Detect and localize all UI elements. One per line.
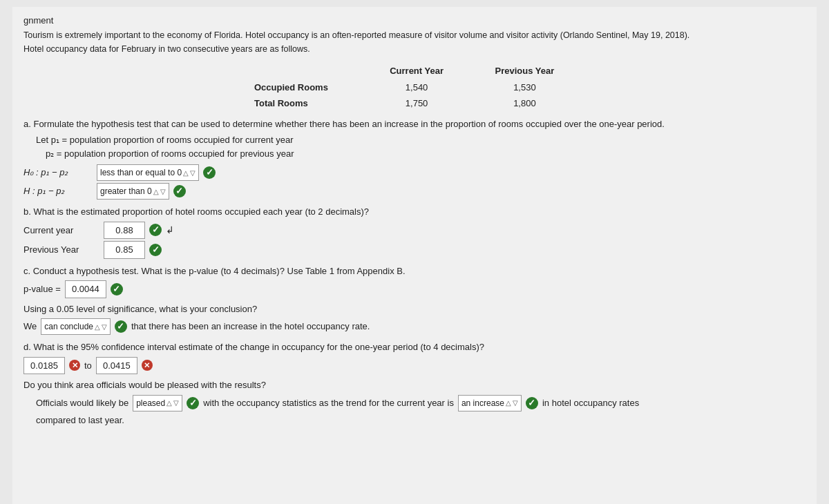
with-text: with the occupancy statistics as the tre…	[203, 396, 454, 410]
previous-year-check-icon: ✓	[149, 244, 162, 256]
trend-check-icon: ✓	[526, 397, 538, 409]
h0-select-value: less than or equal to 0	[100, 166, 182, 179]
part-a-question: a. Formulate the hypothesis test that ca…	[23, 117, 806, 131]
pvalue-label: p-value =	[23, 282, 61, 296]
conclusion-label: Using a 0.05 level of significance, what…	[23, 302, 806, 316]
pvalue-check-icon: ✓	[111, 283, 123, 295]
officials-dropdown-arrow: △	[166, 398, 172, 408]
ha-check-icon: ✓	[173, 185, 186, 197]
trend-select-value: an increase	[461, 397, 504, 409]
table-val-total-current: 1,750	[364, 95, 469, 112]
officials-check-icon: ✓	[187, 397, 199, 409]
conclusion-check-icon: ✓	[115, 320, 127, 333]
part-d-question: d. What is the 95% confidence interval e…	[23, 340, 806, 354]
part-c-question: c. Conduct a hypothesis test. What is th…	[23, 264, 806, 278]
to-label: to	[84, 359, 92, 373]
ha-select-value: greater than 0	[100, 185, 152, 197]
conclusion-text: that there has been an increase in the h…	[131, 320, 370, 333]
part-d: d. What is the 95% confidence interval e…	[23, 340, 806, 427]
confidence-upper-input[interactable]: 0.0415	[96, 357, 137, 375]
ha-dropdown-arrow: △	[153, 186, 159, 197]
previous-year-row: Previous Year 0.85 ✓	[23, 241, 806, 259]
table-header-previous: Previous Year	[469, 63, 580, 79]
pvalue-input[interactable]: 0.0044	[65, 280, 106, 298]
ha-label: H⁡ : p₁ − p₂	[23, 184, 93, 198]
part-a: a. Formulate the hypothesis test that ca…	[23, 117, 806, 200]
trend-dropdown-arrow: △	[506, 398, 511, 408]
data-table: Current Year Previous Year Occupied Room…	[249, 63, 580, 112]
pvalue-row: p-value = 0.0044 ✓	[23, 280, 806, 298]
we-dropdown-arrow2: ▽	[102, 322, 107, 332]
h0-select[interactable]: less than or equal to 0 △ ▽	[97, 164, 199, 181]
we-label: We	[23, 320, 37, 333]
h0-dropdown-arrow: △	[183, 168, 189, 178]
trend-select[interactable]: an increase △ ▽	[458, 395, 522, 411]
trend-dropdown-arrow2: ▽	[513, 398, 518, 408]
we-select-value: can conclude	[44, 320, 93, 333]
current-year-check-icon: ✓	[149, 224, 162, 236]
h0-row: H₀ : p₁ − p₂ less than or equal to 0 △ ▽…	[23, 164, 806, 181]
bottom-row: Officials would likely be pleased △ ▽ ✓ …	[36, 395, 806, 411]
intro-line1: Tourism is extremely important to the ec…	[23, 29, 806, 42]
ha-row: H⁡ : p₁ − p₂ greater than 0 △ ▽ ✓	[23, 183, 806, 200]
table-row-occupied: Occupied Rooms 1,540 1,530	[249, 79, 580, 96]
in-text: in hotel occupancy rates	[542, 396, 639, 410]
current-year-label: Current year	[23, 224, 99, 238]
ha-select[interactable]: greater than 0 △ ▽	[97, 183, 169, 200]
cursor-icon: ↲	[166, 223, 174, 238]
upper-error-icon: ✕	[142, 360, 153, 371]
table-header-current: Current Year	[364, 63, 469, 79]
conclusion-row: We can conclude △ ▽ ✓ that there has bee…	[23, 318, 806, 335]
main-page: gnment Tourism is extremely important to…	[12, 7, 817, 504]
h0-dropdown-arrow2: ▽	[190, 168, 196, 178]
previous-year-input[interactable]: 0.85	[104, 241, 145, 259]
part-b-question: b. What is the estimated proportion of h…	[23, 205, 806, 219]
we-dropdown-arrow: △	[95, 322, 100, 332]
lower-error-icon: ✕	[69, 360, 80, 371]
h0-label: H₀ : p₁ − p₂	[23, 166, 93, 180]
header-gnment: gnment	[23, 14, 806, 28]
table-val-occupied-previous: 1,530	[469, 79, 580, 96]
officials-dropdown-arrow2: ▽	[173, 398, 179, 408]
intro-line2: Hotel occupancy data for February in two…	[23, 43, 806, 56]
current-year-row: Current year 0.88 ✓ ↲	[23, 222, 806, 240]
h0-check-icon: ✓	[203, 166, 216, 179]
table-label-total: Total Rooms	[249, 95, 364, 112]
do-you-label: Do you think area officials would be ple…	[23, 378, 806, 392]
compared-text: compared to last year.	[36, 414, 806, 427]
table-label-occupied: Occupied Rooms	[249, 79, 364, 96]
we-select[interactable]: can conclude △ ▽	[41, 318, 111, 335]
table-empty-header	[249, 63, 364, 79]
table-val-occupied-current: 1,540	[364, 79, 469, 96]
current-year-input[interactable]: 0.88	[104, 222, 145, 240]
table-row-total: Total Rooms 1,750 1,800	[249, 95, 580, 112]
part-c: c. Conduct a hypothesis test. What is th…	[23, 264, 806, 336]
table-val-total-previous: 1,800	[469, 95, 580, 112]
officials-select[interactable]: pleased △ ▽	[133, 395, 182, 411]
confidence-lower-input[interactable]: 0.0185	[23, 357, 65, 375]
officials-select-value: pleased	[136, 397, 165, 409]
officials-label: Officials would likely be	[36, 396, 128, 410]
part-a-let-p1: Let p₁ = population proportion of rooms …	[36, 133, 806, 147]
part-a-let-p2: p₂ = population proportion of rooms occu…	[46, 147, 806, 161]
previous-year-label: Previous Year	[23, 243, 99, 257]
ha-dropdown-arrow2: ▽	[160, 186, 166, 197]
confidence-interval-row: 0.0185 ✕ to 0.0415 ✕	[23, 357, 806, 375]
part-b: b. What is the estimated proportion of h…	[23, 205, 806, 259]
